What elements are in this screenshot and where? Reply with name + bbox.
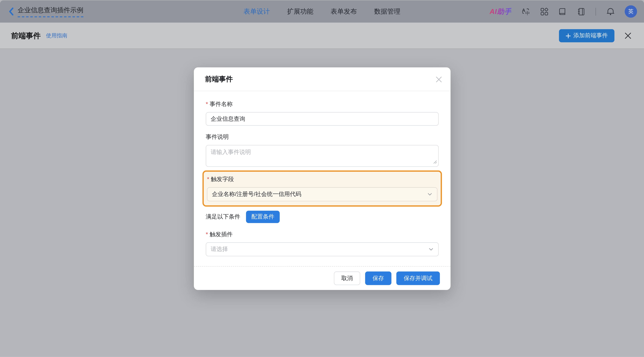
trigger-field-label-row: * 触发字段 [207,175,437,183]
trigger-plugin-placeholder: 请选择 [211,246,228,253]
condition-row: 满足以下条件 配置条件 [206,211,439,223]
document-title[interactable]: 企业信息查询插件示例 [18,6,84,17]
trigger-field-highlight-box: * 触发字段 企业名称/注册号/社会统一信用代码 [202,170,442,207]
cancel-button[interactable]: 取消 [334,272,360,285]
condition-text: 满足以下条件 [206,213,240,220]
trigger-field-label: 触发字段 [211,175,234,183]
resize-handle[interactable] [433,158,437,165]
app-grid-icon[interactable] [540,8,548,16]
book-icon[interactable] [558,8,567,16]
save-and-debug-button[interactable]: 保存并调试 [396,272,440,285]
event-name-label-row: * 事件名称 [206,100,439,108]
required-mark: * [206,100,208,108]
back-button[interactable] [9,8,14,16]
required-mark: * [207,175,209,183]
svg-text:中: 中 [525,11,530,16]
tab-data-management[interactable]: 数据管理 [374,7,400,16]
tab-extensions[interactable]: 扩展功能 [287,7,313,16]
ai-assistant-logo[interactable]: AI助手 [490,7,512,16]
event-name-input[interactable]: 企业信息查询 [206,112,439,126]
frontend-events-toolbar: 前端事件 使用指南 添加前端事件 [0,22,644,49]
event-desc-label: 事件说明 [206,133,229,141]
user-avatar[interactable]: 英 [625,5,637,18]
trigger-plugin-label-row: * 触发插件 [206,230,439,238]
screenshot-viewport: 企业信息查询插件示例 表单设计 扩展功能 表单发布 数据管理 AI助手 A 中 [0,0,644,357]
dialog-body: * 事件名称 企业信息查询 事件说明 请输入事件说明 [194,100,450,256]
back-chevron-icon [9,8,14,16]
dialog-header: 前端事件 [194,67,450,91]
dialog-close-button[interactable] [436,76,442,82]
dialog-title: 前端事件 [205,74,233,84]
close-icon [625,32,631,39]
nav-tabs: 表单设计 扩展功能 表单发布 数据管理 [244,0,400,23]
event-desc-textarea[interactable]: 请输入事件说明 [206,145,439,167]
chevron-down-icon [427,192,432,197]
notebook-icon[interactable] [577,8,585,16]
top-nav-bar: 企业信息查询插件示例 表单设计 扩展功能 表单发布 数据管理 AI助手 A 中 [0,0,644,23]
usage-guide-link[interactable]: 使用指南 [46,32,67,39]
notification-bell-icon[interactable] [606,8,614,16]
event-name-label: 事件名称 [210,100,232,108]
dialog-footer: 取消 保存 保存并调试 [194,266,450,290]
event-desc-placeholder: 请输入事件说明 [211,149,251,155]
page: 企业信息查询插件示例 表单设计 扩展功能 表单发布 数据管理 AI助手 A 中 [0,0,644,357]
frontend-event-dialog: 前端事件 * 事件名称 企业信息查询 事件说明 请输入事件说 [194,67,450,290]
trigger-field-value: 企业名称/注册号/社会统一信用代码 [212,190,301,198]
add-button-label: 添加前端事件 [573,32,608,40]
toolbar-title: 前端事件 [11,30,41,40]
add-frontend-event-button[interactable]: 添加前端事件 [559,29,614,42]
trigger-plugin-label: 触发插件 [210,230,232,238]
save-button[interactable]: 保存 [365,272,392,285]
trigger-field-select[interactable]: 企业名称/注册号/社会统一信用代码 [207,187,437,201]
chevron-down-icon [428,247,434,252]
event-name-value: 企业信息查询 [211,115,245,123]
configure-condition-button[interactable]: 配置条件 [246,211,280,223]
topbar-actions: AI助手 A 中 [490,0,637,23]
topbar-divider [596,8,596,15]
tab-form-design[interactable]: 表单设计 [244,7,270,16]
event-desc-label-row: 事件说明 [206,133,439,141]
tab-form-publish[interactable]: 表单发布 [331,7,357,16]
translate-icon[interactable]: A 中 [522,8,530,16]
panel-close-button[interactable] [625,32,631,39]
trigger-plugin-select[interactable]: 请选择 [206,242,439,256]
plus-icon [566,33,571,38]
close-icon [436,76,442,82]
required-mark: * [206,230,208,238]
